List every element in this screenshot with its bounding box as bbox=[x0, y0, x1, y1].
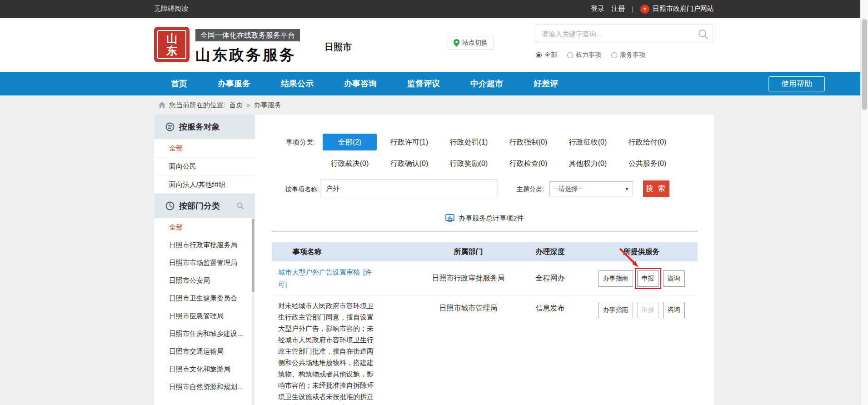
results-summary: 办事服务总计事项2件 bbox=[272, 214, 698, 223]
scope-option-authority[interactable]: 权力事项 bbox=[567, 51, 601, 59]
filter-item[interactable]: 行政裁决(0) bbox=[323, 155, 377, 172]
item-services: 办事指南 申报 咨询 bbox=[585, 300, 698, 405]
portal-link[interactable]: ★ 日照市政府门户网站 bbox=[640, 5, 714, 14]
nav-item-services[interactable]: 办事服务 bbox=[218, 78, 250, 89]
consult-button[interactable]: 咨询 bbox=[663, 270, 685, 287]
main-content: 事项分类: 全部(2) 行政许可(1) 行政处罚(1) 行政强制(0) 行政征收… bbox=[272, 115, 698, 405]
column-header-name: 事项名称 bbox=[272, 247, 422, 257]
pie-circle-icon bbox=[165, 201, 175, 210]
item-depth: 全程网办 bbox=[515, 274, 585, 283]
item-depth: 信息发布 bbox=[515, 300, 585, 405]
help-button[interactable]: 使用帮助 bbox=[768, 76, 825, 91]
filter-label: 事项分类: bbox=[272, 134, 320, 172]
guide-button[interactable]: 办事指南 bbox=[599, 270, 633, 287]
main-nav: 首页 办事服务 结果公示 办事咨询 监督评议 中介超市 好差评 使用帮助 bbox=[0, 72, 868, 95]
filter-item[interactable]: 行政检查(0) bbox=[501, 155, 555, 172]
nav-item-supervision[interactable]: 监督评议 bbox=[407, 78, 440, 89]
scope-option-service[interactable]: 服务事项 bbox=[611, 51, 645, 59]
filter-item[interactable]: 行政征收(0) bbox=[561, 134, 615, 150]
guide-button[interactable]: 办事指南 bbox=[599, 302, 633, 318]
site-header: 山东 全国一体化在线政务服务平台 山东政务服务 日照市 站点切换 全部 权力事项 bbox=[0, 18, 868, 72]
national-emblem-icon: ★ bbox=[640, 5, 649, 14]
topic-label: 主题分类: bbox=[517, 185, 544, 194]
results-summary-text: 办事服务总计事项2件 bbox=[459, 214, 524, 223]
search-scope-group: 全部 权力事项 服务事项 bbox=[536, 51, 713, 59]
site-switch-button[interactable]: 站点切换 bbox=[448, 36, 494, 50]
radio-icon bbox=[567, 52, 573, 58]
filter-item[interactable]: 其他权力(0) bbox=[561, 155, 615, 172]
filter-item[interactable]: 行政给付(0) bbox=[620, 134, 674, 150]
consult-button[interactable]: 咨询 bbox=[663, 302, 685, 318]
topic-select[interactable]: --请选择-- ▼ bbox=[549, 181, 633, 196]
nav-item-results[interactable]: 结果公示 bbox=[281, 78, 314, 89]
sidebar-section-departments: 按部门分类 bbox=[154, 194, 255, 218]
sidebar-item-target-legal[interactable]: 面向法人/其他组织 bbox=[154, 175, 255, 194]
sidebar-item-dept-all[interactable]: 全部 bbox=[154, 218, 255, 236]
platform-badge: 全国一体化在线政务服务平台 bbox=[195, 29, 300, 41]
filter-item-all[interactable]: 全部(2) bbox=[323, 134, 377, 150]
section-title: 按部门分类 bbox=[179, 200, 220, 211]
topbar-right: 登录 注册 | ★ 日照市政府门户网站 bbox=[591, 5, 714, 14]
page-scrollbar-track[interactable] bbox=[860, 0, 868, 405]
category-filter-block: 事项分类: 全部(2) 行政许可(1) 行政处罚(1) 行政强制(0) 行政征收… bbox=[272, 134, 698, 172]
scope-option-all[interactable]: 全部 bbox=[536, 51, 557, 59]
sidebar-item-dept[interactable]: 日照市行政审批服务局 bbox=[154, 236, 255, 254]
column-header-department: 所属部门 bbox=[422, 247, 515, 257]
sidebar-item-dept[interactable]: 日照市公安局 bbox=[154, 271, 255, 289]
sidebar: 按服务对象 全部 面向公民 面向法人/其他组织 按部门分类 全部 日照市行政审批… bbox=[154, 115, 255, 405]
accessibility-link[interactable]: 无障碍阅读 bbox=[154, 5, 188, 13]
radio-icon bbox=[536, 52, 542, 58]
filter-item[interactable]: 公共服务(0) bbox=[620, 155, 674, 172]
page-scrollbar-thumb[interactable] bbox=[862, 19, 867, 110]
seal-text: 山东 bbox=[165, 32, 178, 57]
item-name-link[interactable]: 城市大型户外广告设置审核[许可] bbox=[278, 266, 376, 290]
apply-button[interactable]: 申报 bbox=[637, 270, 659, 287]
nav-item-home[interactable]: 首页 bbox=[171, 78, 187, 89]
sidebar-item-dept[interactable]: 日照市交通运输局 bbox=[154, 342, 255, 360]
sidebar-scrollbar-thumb[interactable] bbox=[252, 219, 254, 292]
city-name: 日照市 bbox=[324, 41, 352, 53]
sidebar-item-dept[interactable]: 日照市住房和城乡建设... bbox=[154, 325, 255, 342]
sidebar-item-target-citizen[interactable]: 面向公民 bbox=[154, 157, 255, 175]
location-pin-icon bbox=[454, 39, 459, 47]
sidebar-scrollbar-track[interactable] bbox=[252, 218, 254, 405]
department-search-icon[interactable] bbox=[237, 202, 244, 210]
nav-item-rating[interactable]: 好差评 bbox=[534, 78, 558, 89]
column-header-depth: 办理深度 bbox=[515, 247, 585, 257]
nav-item-consult[interactable]: 办事咨询 bbox=[344, 78, 377, 89]
sidebar-item-dept[interactable]: 日照市卫生健康委员会 bbox=[154, 289, 255, 307]
brand-logo[interactable]: 山东 全国一体化在线政务服务平台 山东政务服务 bbox=[154, 27, 300, 65]
filter-item[interactable]: 行政奖励(0) bbox=[442, 155, 496, 172]
list-circle-icon bbox=[165, 122, 175, 131]
topbar-separator: | bbox=[632, 5, 634, 13]
register-link[interactable]: 注册 bbox=[611, 5, 625, 13]
home-icon bbox=[159, 102, 165, 108]
item-services: 办事指南 申报 咨询 bbox=[585, 270, 698, 287]
filter-item[interactable]: 行政许可(1) bbox=[382, 134, 436, 150]
item-name-input[interactable] bbox=[320, 180, 498, 198]
search-icon[interactable] bbox=[698, 29, 708, 40]
sidebar-item-dept[interactable]: 日照市应急管理局 bbox=[154, 307, 255, 325]
nav-item-intermediary[interactable]: 中介超市 bbox=[470, 78, 503, 89]
filter-item[interactable]: 行政确认(0) bbox=[382, 155, 436, 172]
item-name-text: 城市大型户外广告设置审核 bbox=[278, 268, 360, 276]
item-department: 日照市城市管理局 bbox=[422, 300, 515, 405]
sidebar-item-dept[interactable]: 日照市自然资源和规划... bbox=[154, 378, 255, 395]
filter-item[interactable]: 行政强制(0) bbox=[501, 134, 555, 150]
filter-item[interactable]: 行政处罚(1) bbox=[442, 134, 496, 150]
login-link[interactable]: 登录 bbox=[591, 5, 604, 13]
search-submit-button[interactable]: 搜 索 bbox=[643, 180, 669, 197]
shandong-seal-logo: 山东 bbox=[154, 27, 190, 62]
column-header-services: 所提供服务 bbox=[585, 247, 698, 257]
filter-grid: 全部(2) 行政许可(1) 行政处罚(1) 行政强制(0) 行政征收(0) 行政… bbox=[320, 134, 677, 172]
sidebar-item-dept[interactable]: 日照市市场监督管理局 bbox=[154, 254, 255, 271]
table-row: 城市大型户外广告设置审核[许可] 日照市行政审批服务局 全程网办 办事指南 申报… bbox=[272, 261, 698, 295]
sidebar-item-target-all[interactable]: 全部 bbox=[154, 139, 255, 157]
breadcrumb-prefix: 您当前所在的位置: bbox=[169, 101, 225, 110]
scope-label: 权力事项 bbox=[576, 51, 601, 59]
breadcrumb-home-link[interactable]: 首页 bbox=[229, 101, 243, 110]
search-input[interactable] bbox=[536, 25, 713, 43]
table-header-row: 事项名称 所属部门 办理深度 所提供服务 bbox=[272, 242, 698, 261]
sidebar-item-dept[interactable]: 日照市文化和旅游局 bbox=[154, 360, 255, 378]
apply-button-annotation-wrap: 申报 bbox=[637, 270, 659, 287]
